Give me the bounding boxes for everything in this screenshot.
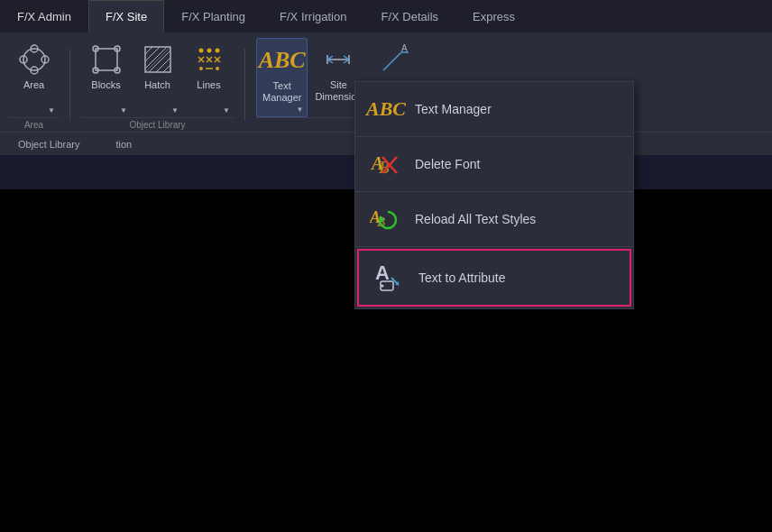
lines-button[interactable]: Lines ▼ [184, 38, 234, 117]
area-items: Area ▼ [9, 38, 59, 117]
tab-fx-admin[interactable]: F/X Admin [0, 0, 88, 32]
svg-point-49 [381, 285, 384, 288]
obj-lib-label[interactable]: Object Library [18, 139, 79, 150]
ribbon-tab-bar: F/X Admin F/X Site F/X Planting F/X Irri… [0, 0, 772, 32]
site-objects-section: Blocks ▼ [81, 38, 234, 132]
svg-point-18 [198, 49, 203, 53]
area-icon [16, 41, 52, 78]
svg-line-11 [145, 47, 152, 54]
tab-fx-site[interactable]: F/X Site [88, 0, 164, 32]
tab-express[interactable]: Express [455, 0, 532, 32]
site-dimension-icon [320, 41, 356, 78]
object-library-label: Object Library [81, 117, 234, 132]
area-section: Area ▼ Area [9, 38, 59, 132]
svg-text:A: A [401, 43, 408, 53]
area-button[interactable]: Area ▼ [9, 38, 59, 117]
sep1 [69, 49, 70, 121]
svg-rect-5 [96, 49, 117, 70]
dropdown-delete-font-label: Delete Font [415, 157, 480, 171]
dropdown-delete-font-icon: A B [370, 148, 402, 180]
svg-point-29 [216, 67, 219, 70]
dropdown-text-manager[interactable]: ABC Text Manager [355, 82, 633, 137]
text-manager-icon: ABC [264, 42, 300, 78]
text-manager-button[interactable]: ABC TextManager ▼ [256, 38, 308, 117]
dropdown-reload-styles-label: Reload All Text Styles [415, 212, 536, 226]
svg-line-37 [383, 52, 401, 70]
dropdown-reload-styles-icon: A B [370, 203, 402, 235]
text-manager-label: TextManager [262, 80, 301, 104]
area-label: Area [23, 79, 44, 91]
dropdown-text-manager-label: Text Manager [415, 102, 492, 116]
blocks-button[interactable]: Blocks ▼ [81, 38, 131, 117]
blocks-icon [88, 41, 124, 78]
lines-dropdown-arrow: ▼ [223, 106, 230, 115]
blocks-dropdown-arrow: ▼ [120, 106, 127, 115]
lines-icon [191, 41, 227, 78]
text-manager-dropdown-arrow: ▼ [297, 105, 304, 114]
svg-point-19 [207, 49, 211, 53]
hatch-label: Hatch [144, 79, 170, 91]
dropdown-text-to-attribute[interactable]: A Text to Attribute [357, 249, 631, 307]
hatch-icon [140, 41, 176, 78]
dropdown-text-to-attribute-icon: A [373, 261, 406, 294]
blocks-label: Blocks [91, 79, 120, 91]
site-objects-items: Blocks ▼ [81, 38, 234, 117]
dropdown-reload-styles[interactable]: A B Reload All Text Styles [355, 192, 633, 247]
annotation-label: tion [115, 139, 132, 150]
area-dropdown-arrow: ▼ [48, 106, 55, 115]
tab-fx-details[interactable]: F/X Details [363, 0, 455, 32]
svg-line-12 [145, 47, 160, 61]
dropdown-text-manager-icon: ABC [370, 93, 402, 125]
area-section-label: Area [9, 117, 59, 132]
leaders-icon: A [376, 41, 412, 78]
svg-point-20 [215, 49, 219, 53]
svg-line-16 [156, 58, 170, 72]
tab-fx-planting[interactable]: F/X Planting [164, 0, 262, 32]
svg-point-27 [199, 67, 203, 70]
tab-fx-irrigation[interactable]: F/X Irrigation [262, 0, 363, 32]
lines-label: Lines [197, 79, 220, 91]
text-manager-dropdown: ABC Text Manager A B Delete Font A B [354, 81, 634, 309]
hatch-button[interactable]: Hatch ▼ [133, 38, 182, 117]
sep2 [244, 49, 245, 121]
svg-line-17 [163, 65, 170, 72]
hatch-dropdown-arrow: ▼ [171, 106, 179, 115]
dropdown-delete-font[interactable]: A B Delete Font [355, 137, 633, 192]
dropdown-text-to-attribute-label: Text to Attribute [418, 271, 506, 285]
